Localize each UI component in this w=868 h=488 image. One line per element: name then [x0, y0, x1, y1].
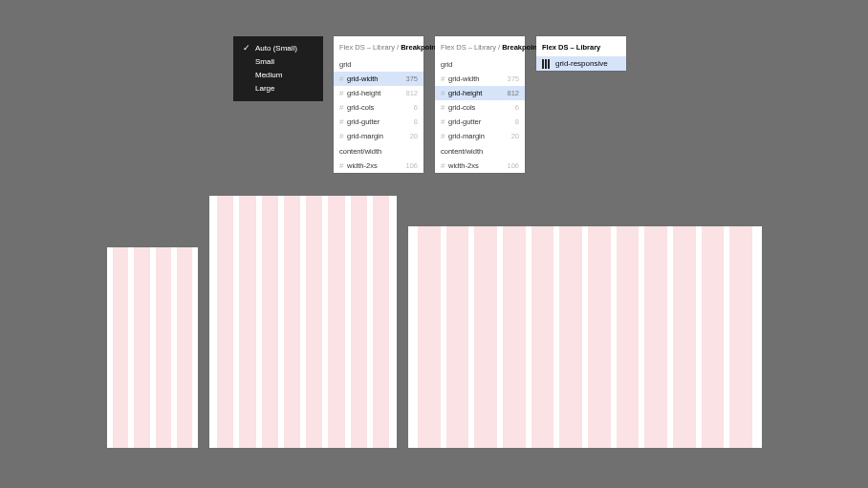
- number-icon: #: [339, 118, 347, 126]
- number-icon: #: [441, 90, 448, 97]
- section-label: content/width: [435, 143, 525, 159]
- grid-column: [113, 247, 128, 448]
- variable-value: 375: [405, 74, 418, 83]
- variable-row-width-2xs[interactable]: # width-2xs 106: [334, 159, 423, 173]
- variable-value: 8: [414, 117, 418, 126]
- grid-column: [418, 226, 441, 448]
- variable-name: grid-cols: [448, 103, 515, 112]
- variable-row-grid-gutter[interactable]: # grid-gutter 8: [435, 115, 525, 129]
- variable-row-grid-cols[interactable]: # grid-cols 6: [435, 100, 525, 115]
- number-icon: #: [339, 90, 347, 97]
- check-icon: [242, 83, 251, 93]
- dropdown-item-auto[interactable]: ✓ Auto (Small): [233, 41, 323, 54]
- variable-value: 375: [507, 74, 519, 83]
- grid-column: [217, 196, 233, 448]
- variable-row-grid-margin[interactable]: # grid-margin 20: [334, 129, 423, 143]
- artboard-small[interactable]: [107, 247, 198, 448]
- variable-name: grid-cols: [347, 103, 414, 112]
- grid-column: [474, 226, 497, 448]
- breadcrumb[interactable]: Flex DS – Library / Breakpoint: [435, 36, 525, 56]
- grid-column: [328, 196, 344, 448]
- variable-name: width-2xs: [448, 161, 507, 170]
- variable-value: 812: [405, 89, 418, 97]
- grid-column: [673, 226, 696, 448]
- breadcrumb-current: Breakpoint: [401, 43, 438, 52]
- grid-column: [532, 226, 554, 448]
- variable-row-grid-height[interactable]: # grid-height 812: [334, 86, 423, 100]
- grid-column: [559, 226, 582, 448]
- variable-name: width-2xs: [347, 161, 405, 170]
- number-icon: #: [441, 133, 448, 140]
- number-icon: #: [339, 75, 347, 83]
- breadcrumb-current: Flex DS – Library: [542, 43, 600, 52]
- breadcrumb-prefix: Flex DS – Library /: [339, 43, 401, 52]
- dropdown-item-label: Medium: [255, 71, 282, 79]
- variable-row-width-2xs[interactable]: # width-2xs 106: [435, 159, 525, 173]
- dropdown-item-large[interactable]: Large: [233, 81, 323, 95]
- variable-name: grid-height: [448, 89, 507, 97]
- variable-value: 8: [515, 117, 519, 126]
- number-icon: #: [441, 104, 448, 112]
- variable-name: grid-width: [347, 74, 405, 83]
- grid-column: [306, 196, 322, 448]
- variable-name: grid-gutter: [448, 117, 515, 126]
- dropdown-item-label: Small: [255, 57, 274, 66]
- variable-value: 20: [511, 132, 519, 140]
- variable-row-grid-cols[interactable]: # grid-cols 6: [334, 100, 423, 115]
- grid-column: [177, 247, 192, 448]
- check-icon: [242, 70, 251, 79]
- components-panel: Flex DS – Library grid-responsive: [536, 36, 626, 71]
- variable-name: grid-margin: [347, 132, 410, 140]
- columns-icon: [542, 59, 552, 69]
- grid-column: [446, 226, 469, 448]
- variable-name: grid-height: [347, 89, 405, 97]
- variable-row-grid-height[interactable]: # grid-height 812: [435, 86, 525, 100]
- breadcrumb[interactable]: Flex DS – Library / Breakpoint: [334, 36, 423, 56]
- variable-value: 106: [405, 161, 418, 170]
- variable-row-grid-width[interactable]: # grid-width 375: [435, 72, 525, 86]
- number-icon: #: [339, 133, 347, 140]
- breadcrumb[interactable]: Flex DS – Library: [536, 36, 626, 56]
- number-icon: #: [441, 118, 448, 126]
- number-icon: #: [339, 162, 347, 170]
- number-icon: #: [339, 104, 347, 112]
- grid-column: [644, 226, 667, 448]
- artboard-large[interactable]: [408, 226, 762, 448]
- grid-column: [588, 226, 611, 448]
- dropdown-item-label: Auto (Small): [255, 44, 297, 53]
- dropdown-item-small[interactable]: Small: [233, 54, 323, 68]
- variables-panel-1: Flex DS – Library / Breakpoint grid # gr…: [334, 36, 423, 173]
- grid-column: [373, 196, 389, 448]
- variable-value: 812: [507, 89, 519, 97]
- grid-column: [156, 247, 171, 448]
- variable-value: 106: [507, 161, 519, 170]
- variable-row-grid-gutter[interactable]: # grid-gutter 8: [334, 115, 423, 129]
- section-label: content/width: [334, 143, 423, 159]
- grid-column: [503, 226, 526, 448]
- artboard-medium[interactable]: [209, 196, 397, 448]
- check-icon: [242, 56, 251, 66]
- variable-row-grid-margin[interactable]: # grid-margin 20: [435, 129, 525, 143]
- section-label: grid: [435, 56, 525, 72]
- grid-column: [239, 196, 255, 448]
- grid-column: [702, 226, 725, 448]
- check-icon: ✓: [242, 43, 251, 53]
- variable-name: grid-width: [448, 74, 507, 83]
- grid-column: [351, 196, 367, 448]
- variable-row-grid-width[interactable]: # grid-width 375: [334, 72, 423, 86]
- breakpoint-dropdown[interactable]: ✓ Auto (Small) Small Medium Large: [233, 36, 323, 101]
- grid-column: [617, 226, 640, 448]
- section-label: grid: [334, 56, 423, 72]
- variable-name: grid-gutter: [347, 117, 414, 126]
- variable-value: 6: [414, 103, 418, 112]
- grid-column: [284, 196, 300, 448]
- breadcrumb-current: Breakpoint: [502, 43, 539, 52]
- grid-column: [134, 247, 149, 448]
- component-name: grid-responsive: [555, 59, 608, 68]
- variables-panel-2: Flex DS – Library / Breakpoint grid # gr…: [435, 36, 525, 173]
- number-icon: #: [441, 162, 448, 170]
- dropdown-item-medium[interactable]: Medium: [233, 68, 323, 81]
- component-row-grid-responsive[interactable]: grid-responsive: [536, 56, 626, 71]
- number-icon: #: [441, 75, 448, 83]
- variable-value: 20: [410, 132, 418, 140]
